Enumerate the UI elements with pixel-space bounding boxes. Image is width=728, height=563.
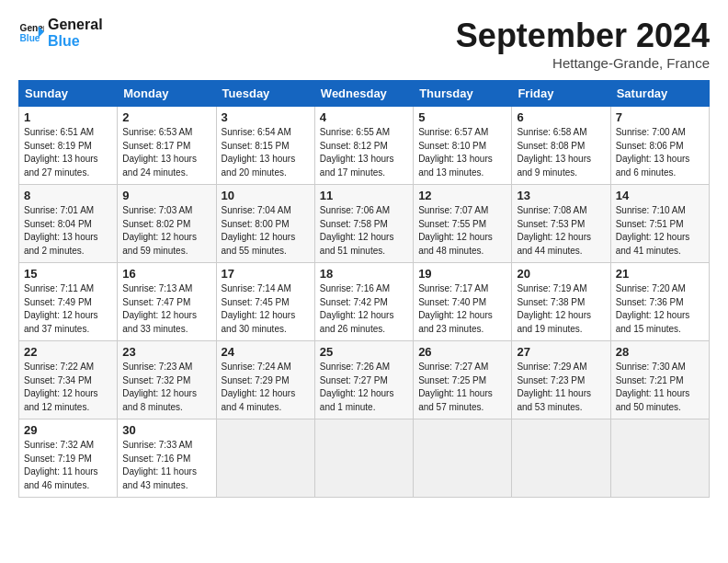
cell-info: Sunrise: 7:24 AMSunset: 7:29 PMDaylight:… <box>222 361 310 414</box>
cell-info: Sunrise: 7:08 AMSunset: 7:53 PMDaylight:… <box>517 204 605 258</box>
cell-info: Sunrise: 7:16 AMSunset: 7:42 PMDaylight:… <box>320 282 408 336</box>
cell-info: Sunrise: 6:55 AMSunset: 8:12 PMDaylight:… <box>320 126 408 179</box>
day-number: 17 <box>222 267 310 281</box>
month-title: September 2024 <box>456 17 710 55</box>
day-number: 15 <box>24 267 112 281</box>
day-number: 21 <box>616 267 704 281</box>
day-number: 23 <box>122 345 210 359</box>
calendar-cell: 7Sunrise: 7:00 AMSunset: 8:06 PMDaylight… <box>610 107 709 185</box>
cell-info: Sunrise: 7:22 AMSunset: 7:34 PMDaylight:… <box>24 361 112 414</box>
calendar-cell: 8Sunrise: 7:01 AMSunset: 8:04 PMDaylight… <box>19 185 118 263</box>
calendar-cell: 16Sunrise: 7:13 AMSunset: 7:47 PMDayligh… <box>118 263 216 341</box>
calendar-cell: 4Sunrise: 6:55 AMSunset: 8:12 PMDaylight… <box>314 107 413 185</box>
day-number: 29 <box>24 423 112 437</box>
calendar-week-4: 22Sunrise: 7:22 AMSunset: 7:34 PMDayligh… <box>19 341 710 419</box>
day-number: 26 <box>418 345 506 359</box>
cell-info: Sunrise: 7:30 AMSunset: 7:21 PMDaylight:… <box>616 361 704 414</box>
day-number: 6 <box>517 110 605 124</box>
calendar-cell: 20Sunrise: 7:19 AMSunset: 7:38 PMDayligh… <box>512 263 610 341</box>
day-number: 20 <box>517 267 605 281</box>
calendar-cell <box>512 419 610 498</box>
calendar-cell: 15Sunrise: 7:11 AMSunset: 7:49 PMDayligh… <box>19 263 118 341</box>
cell-info: Sunrise: 7:17 AMSunset: 7:40 PMDaylight:… <box>418 282 506 336</box>
cell-info: Sunrise: 7:07 AMSunset: 7:55 PMDaylight:… <box>418 204 506 258</box>
day-number: 8 <box>24 189 112 202</box>
location: Hettange-Grande, France <box>456 55 710 71</box>
calendar-cell <box>610 419 709 498</box>
calendar-header: SundayMondayTuesdayWednesdayThursdayFrid… <box>19 81 710 107</box>
calendar-cell <box>216 419 314 498</box>
logo-blue: Blue <box>48 33 103 50</box>
day-number: 2 <box>122 110 210 124</box>
calendar-cell <box>414 419 512 498</box>
cell-info: Sunrise: 7:10 AMSunset: 7:51 PMDaylight:… <box>616 204 704 258</box>
cell-info: Sunrise: 6:58 AMSunset: 8:08 PMDaylight:… <box>517 126 605 179</box>
day-number: 11 <box>320 189 408 202</box>
cell-info: Sunrise: 7:23 AMSunset: 7:32 PMDaylight:… <box>122 361 210 414</box>
logo: General Blue General Blue <box>18 17 103 49</box>
day-number: 16 <box>122 267 210 281</box>
calendar-cell: 19Sunrise: 7:17 AMSunset: 7:40 PMDayligh… <box>414 263 512 341</box>
cell-info: Sunrise: 7:06 AMSunset: 7:58 PMDaylight:… <box>320 204 408 258</box>
calendar-cell: 30Sunrise: 7:33 AMSunset: 7:16 PMDayligh… <box>118 419 216 498</box>
day-number: 7 <box>616 110 704 124</box>
weekday-header-monday: Monday <box>118 81 216 107</box>
day-number: 14 <box>616 189 704 202</box>
cell-info: Sunrise: 7:33 AMSunset: 7:16 PMDaylight:… <box>122 439 210 492</box>
calendar-cell: 6Sunrise: 6:58 AMSunset: 8:08 PMDaylight… <box>512 107 610 185</box>
weekday-header-friday: Friday <box>512 81 610 107</box>
calendar-cell: 27Sunrise: 7:29 AMSunset: 7:23 PMDayligh… <box>512 341 610 419</box>
cell-info: Sunrise: 7:14 AMSunset: 7:45 PMDaylight:… <box>222 282 310 336</box>
calendar-cell: 24Sunrise: 7:24 AMSunset: 7:29 PMDayligh… <box>216 341 314 419</box>
calendar-cell: 29Sunrise: 7:32 AMSunset: 7:19 PMDayligh… <box>19 419 118 498</box>
calendar-cell: 22Sunrise: 7:22 AMSunset: 7:34 PMDayligh… <box>19 341 118 419</box>
cell-info: Sunrise: 7:11 AMSunset: 7:49 PMDaylight:… <box>24 282 112 336</box>
title-block: September 2024 Hettange-Grande, France <box>456 17 710 71</box>
cell-info: Sunrise: 7:19 AMSunset: 7:38 PMDaylight:… <box>517 282 605 336</box>
calendar-cell: 23Sunrise: 7:23 AMSunset: 7:32 PMDayligh… <box>118 341 216 419</box>
calendar-body: 1Sunrise: 6:51 AMSunset: 8:19 PMDaylight… <box>19 107 710 498</box>
calendar-cell: 3Sunrise: 6:54 AMSunset: 8:15 PMDaylight… <box>216 107 314 185</box>
weekday-header-wednesday: Wednesday <box>314 81 413 107</box>
calendar-week-5: 29Sunrise: 7:32 AMSunset: 7:19 PMDayligh… <box>19 419 710 498</box>
calendar-week-2: 8Sunrise: 7:01 AMSunset: 8:04 PMDaylight… <box>19 185 710 263</box>
day-number: 5 <box>418 110 506 124</box>
weekday-header-tuesday: Tuesday <box>216 81 314 107</box>
cell-info: Sunrise: 7:04 AMSunset: 8:00 PMDaylight:… <box>222 204 310 258</box>
calendar-cell: 11Sunrise: 7:06 AMSunset: 7:58 PMDayligh… <box>314 185 413 263</box>
cell-info: Sunrise: 7:03 AMSunset: 8:02 PMDaylight:… <box>122 204 210 258</box>
day-number: 22 <box>24 345 112 359</box>
cell-info: Sunrise: 7:32 AMSunset: 7:19 PMDaylight:… <box>24 439 112 492</box>
cell-info: Sunrise: 6:53 AMSunset: 8:17 PMDaylight:… <box>122 126 210 179</box>
weekday-header-saturday: Saturday <box>610 81 709 107</box>
day-number: 9 <box>122 189 210 202</box>
calendar-cell: 26Sunrise: 7:27 AMSunset: 7:25 PMDayligh… <box>414 341 512 419</box>
logo-icon: General Blue <box>18 20 44 46</box>
cell-info: Sunrise: 7:20 AMSunset: 7:36 PMDaylight:… <box>616 282 704 336</box>
calendar-cell: 12Sunrise: 7:07 AMSunset: 7:55 PMDayligh… <box>414 185 512 263</box>
calendar-week-1: 1Sunrise: 6:51 AMSunset: 8:19 PMDaylight… <box>19 107 710 185</box>
calendar-cell: 28Sunrise: 7:30 AMSunset: 7:21 PMDayligh… <box>610 341 709 419</box>
calendar-cell: 25Sunrise: 7:26 AMSunset: 7:27 PMDayligh… <box>314 341 413 419</box>
cell-info: Sunrise: 6:54 AMSunset: 8:15 PMDaylight:… <box>222 126 310 179</box>
day-number: 24 <box>222 345 310 359</box>
day-number: 12 <box>418 189 506 202</box>
calendar-page: General Blue General Blue September 2024… <box>0 0 728 507</box>
day-number: 1 <box>24 110 112 124</box>
calendar-cell: 5Sunrise: 6:57 AMSunset: 8:10 PMDaylight… <box>414 107 512 185</box>
weekday-header-thursday: Thursday <box>414 81 512 107</box>
day-number: 19 <box>418 267 506 281</box>
calendar-cell <box>314 419 413 498</box>
calendar-cell: 17Sunrise: 7:14 AMSunset: 7:45 PMDayligh… <box>216 263 314 341</box>
cell-info: Sunrise: 6:51 AMSunset: 8:19 PMDaylight:… <box>24 126 112 179</box>
svg-text:Blue: Blue <box>20 33 40 43</box>
cell-info: Sunrise: 7:01 AMSunset: 8:04 PMDaylight:… <box>24 204 112 258</box>
calendar-cell: 10Sunrise: 7:04 AMSunset: 8:00 PMDayligh… <box>216 185 314 263</box>
day-number: 25 <box>320 345 408 359</box>
header: General Blue General Blue September 2024… <box>18 17 710 71</box>
cell-info: Sunrise: 7:27 AMSunset: 7:25 PMDaylight:… <box>418 361 506 414</box>
weekday-header-sunday: Sunday <box>19 81 118 107</box>
weekday-row: SundayMondayTuesdayWednesdayThursdayFrid… <box>19 81 710 107</box>
calendar-cell: 9Sunrise: 7:03 AMSunset: 8:02 PMDaylight… <box>118 185 216 263</box>
cell-info: Sunrise: 7:13 AMSunset: 7:47 PMDaylight:… <box>122 282 210 336</box>
